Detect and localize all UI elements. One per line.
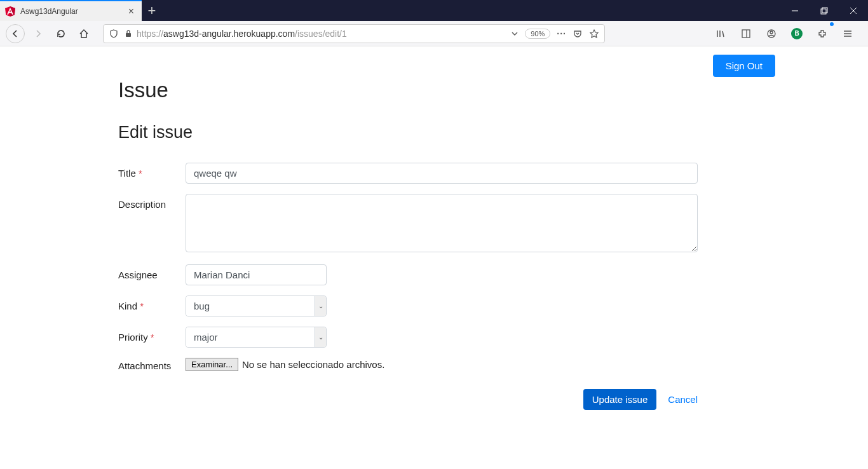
svg-rect-4 (822, 8, 827, 13)
minimize-icon[interactable] (780, 0, 810, 21)
bookmark-star-icon[interactable] (589, 29, 599, 39)
extension-badge[interactable]: B (787, 24, 807, 44)
page-title: Issue (118, 78, 698, 102)
update-issue-button[interactable]: Update issue (583, 389, 657, 410)
chevron-down-icon[interactable] (511, 30, 519, 37)
url-text[interactable]: https://aswg13d-angular.herokuapp.com/is… (137, 29, 507, 39)
title-label: Title * (118, 163, 186, 179)
sidebar-icon[interactable] (736, 24, 756, 44)
svg-rect-7 (126, 33, 131, 37)
assignee-label: Assignee (118, 264, 186, 280)
browser-tab[interactable]: Aswg13dAngular × (0, 0, 142, 21)
shield-icon[interactable] (109, 29, 119, 39)
browse-file-button[interactable]: Examinar... (186, 358, 238, 371)
sign-out-button[interactable]: Sign Out (713, 55, 775, 77)
cancel-link[interactable]: Cancel (668, 394, 698, 405)
home-button[interactable] (74, 24, 94, 44)
library-icon[interactable] (710, 24, 731, 44)
maximize-icon[interactable] (810, 0, 839, 21)
description-textarea[interactable] (186, 194, 698, 252)
priority-label: Priority * (118, 327, 186, 343)
chevron-down-icon: ⌄ (315, 296, 326, 316)
window-controls (780, 0, 868, 21)
attachments-label: Attachments (118, 358, 186, 371)
svg-rect-11 (742, 30, 750, 37)
zoom-badge[interactable]: 90% (525, 29, 550, 39)
file-status-text: No se han seleccionado archivos. (242, 359, 384, 370)
kind-label: Kind * (118, 296, 186, 311)
svg-rect-3 (821, 9, 826, 14)
priority-select[interactable]: major ⌄ (186, 327, 327, 348)
tab-close-icon[interactable]: × (126, 6, 137, 17)
forward-button (28, 24, 48, 44)
page-actions-icon[interactable]: ··· (557, 29, 566, 39)
new-tab-button[interactable]: + (142, 0, 162, 21)
title-input[interactable] (186, 163, 698, 184)
pocket-icon[interactable] (573, 29, 583, 39)
browser-toolbar: https://aswg13d-angular.herokuapp.com/is… (0, 21, 868, 46)
page-subtitle: Edit issue (118, 123, 698, 142)
kind-select[interactable]: bug ⌄ (186, 296, 327, 316)
url-bar[interactable]: https://aswg13d-angular.herokuapp.com/is… (103, 24, 605, 43)
lock-icon[interactable] (124, 29, 133, 38)
browser-titlebar: Aswg13dAngular × + (0, 0, 868, 21)
angular-icon (5, 6, 15, 17)
svg-line-10 (722, 31, 724, 37)
page-content: Sign Out Issue Edit issue Title * Descri… (0, 46, 868, 410)
back-button[interactable] (5, 24, 25, 44)
svg-point-14 (770, 31, 773, 34)
description-label: Description (118, 194, 186, 210)
addons-icon[interactable] (812, 24, 832, 44)
chevron-down-icon: ⌄ (315, 327, 326, 347)
tab-title: Aswg13dAngular (20, 7, 121, 16)
account-icon[interactable] (761, 24, 782, 44)
assignee-input[interactable] (186, 264, 327, 285)
reload-button[interactable] (51, 24, 71, 44)
close-icon[interactable] (839, 0, 868, 21)
menu-icon[interactable] (837, 24, 858, 44)
